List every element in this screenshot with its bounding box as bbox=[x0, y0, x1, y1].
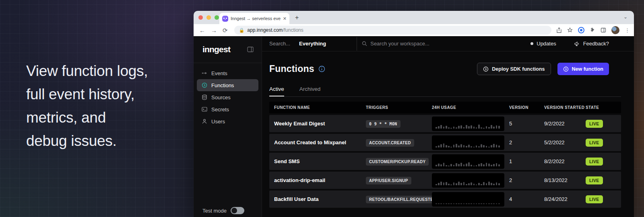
topbar-right: Updates Feedback? bbox=[530, 41, 609, 47]
topbar-divider bbox=[357, 37, 357, 51]
sidebar-item-label: Sources bbox=[211, 94, 231, 100]
col-version: VERSION bbox=[509, 105, 544, 110]
sidebar: inngest Events Functions Sources bbox=[194, 36, 262, 217]
version-started-value: 5/2/2022 bbox=[544, 139, 586, 145]
megaphone-icon bbox=[574, 41, 580, 47]
usage-sparkline bbox=[432, 117, 504, 131]
state-badge: LIVE bbox=[586, 195, 603, 203]
marketing-line: full event history, bbox=[26, 83, 148, 106]
secrets-terminal-icon bbox=[202, 106, 207, 112]
deploy-sdk-functions-button[interactable]: Deploy SDK functions bbox=[477, 63, 551, 75]
new-function-icon bbox=[563, 66, 569, 72]
usage-sparkline bbox=[432, 192, 504, 207]
marketing-line: View function logs, bbox=[26, 59, 148, 83]
trigger-badge: RETOOL/BACKFILL.REQUESTED bbox=[366, 196, 440, 203]
sidebar-item-sources[interactable]: Sources bbox=[197, 91, 258, 103]
function-tabs: Active Archived bbox=[269, 86, 621, 97]
table-row[interactable]: Backfill User Data RETOOL/BACKFILL.REQUE… bbox=[269, 190, 621, 208]
sidebar-item-users[interactable]: Users bbox=[197, 115, 258, 127]
col-state: STATE bbox=[586, 105, 621, 110]
usage-sparkline bbox=[432, 154, 504, 169]
test-mode-toggle[interactable] bbox=[231, 207, 244, 214]
browser-url-bar: ← → ⟳ 🔒 app.inngest.com/functions ⋮ bbox=[194, 24, 634, 36]
minimize-window-button[interactable] bbox=[206, 15, 211, 20]
browser-tab[interactable]: Inngest → serverless event-dri ✕ bbox=[219, 13, 289, 24]
deploy-icon bbox=[483, 66, 489, 72]
lock-icon: 🔒 bbox=[239, 28, 245, 33]
new-tab-button[interactable]: + bbox=[295, 14, 299, 21]
inngest-logo: inngest bbox=[202, 45, 230, 54]
function-name[interactable]: Backfill User Data bbox=[269, 196, 366, 202]
address-bar[interactable]: 🔒 app.inngest.com/functions bbox=[234, 26, 551, 35]
search-scope[interactable]: Everything bbox=[299, 41, 326, 47]
updates-link[interactable]: Updates bbox=[537, 41, 556, 47]
feedback-link[interactable]: Feedback? bbox=[574, 41, 609, 47]
search-icon bbox=[362, 41, 367, 46]
trigger-badge: APP/USER.SIGNUP bbox=[366, 177, 411, 184]
sidebar-item-label: Secrets bbox=[211, 106, 229, 113]
share-icon[interactable] bbox=[556, 27, 562, 33]
tab-title: Inngest → serverless event-dri bbox=[231, 16, 281, 21]
col-triggers: TRIGGERS bbox=[366, 105, 432, 110]
page-header: Functions Deploy SDK functions New funct… bbox=[269, 63, 621, 75]
sidebar-item-secrets[interactable]: Secrets bbox=[197, 103, 258, 115]
version-value: 4 bbox=[509, 196, 544, 202]
events-icon bbox=[202, 70, 207, 76]
sources-database-icon bbox=[202, 94, 207, 100]
extensions-puzzle-icon[interactable] bbox=[590, 27, 595, 33]
col-usage: 24H USAGE bbox=[432, 105, 509, 110]
function-name[interactable]: Account Created to Mixpanel bbox=[269, 139, 366, 145]
search-label[interactable]: Search... bbox=[269, 41, 290, 47]
test-mode-row: Test mode bbox=[202, 207, 244, 214]
tab-archived[interactable]: Archived bbox=[299, 86, 321, 96]
onepassword-extension-icon[interactable] bbox=[578, 27, 584, 33]
browser-menu-icon[interactable]: ⋮ bbox=[625, 27, 630, 33]
tab-active[interactable]: Active bbox=[269, 86, 284, 96]
functions-table: FUNCTION NAME TRIGGERS 24H USAGE VERSION… bbox=[269, 102, 621, 208]
main-content: Search... Everything Search your workspa… bbox=[262, 36, 634, 217]
new-function-button[interactable]: New function bbox=[557, 63, 609, 75]
forward-icon[interactable]: → bbox=[209, 27, 219, 33]
info-icon[interactable] bbox=[318, 66, 325, 72]
table-row[interactable]: Account Created to Mixpanel ACCOUNT.CREA… bbox=[269, 134, 621, 151]
sidebar-item-functions[interactable]: Functions bbox=[197, 79, 258, 91]
reload-icon[interactable]: ⟳ bbox=[221, 27, 229, 33]
side-panel-icon[interactable] bbox=[601, 27, 606, 33]
table-header-row: FUNCTION NAME TRIGGERS 24H USAGE VERSION… bbox=[269, 102, 621, 113]
browser-action-icons: ⋮ bbox=[556, 26, 630, 34]
function-name[interactable]: activation-drip-email bbox=[269, 177, 366, 183]
table-row[interactable]: Weekly Email Digest 0 9 * * MON 5 9/2/20… bbox=[269, 115, 621, 132]
collapse-sidebar-icon[interactable] bbox=[247, 47, 254, 52]
app-topbar: Search... Everything Search your workspa… bbox=[262, 36, 634, 51]
table-row[interactable]: Send SMS CUSTOMER/PICKUP.READY 1 8/2/202… bbox=[269, 153, 621, 170]
marketing-line: metrics, and bbox=[26, 106, 148, 129]
state-badge: LIVE bbox=[586, 176, 603, 184]
tab-close-icon[interactable]: ✕ bbox=[283, 16, 287, 21]
col-version-started: VERSION STARTED bbox=[544, 105, 586, 110]
profile-avatar[interactable] bbox=[611, 26, 619, 34]
version-started-value: 8/13/2022 bbox=[544, 177, 586, 183]
version-started-value: 8/24/2022 bbox=[544, 196, 586, 202]
sidebar-item-label: Functions bbox=[211, 82, 234, 88]
version-started-value: 9/2/2022 bbox=[544, 121, 586, 127]
back-icon[interactable]: ← bbox=[198, 27, 207, 33]
functions-icon bbox=[202, 82, 207, 88]
function-name[interactable]: Send SMS bbox=[269, 158, 366, 164]
users-icon bbox=[202, 119, 207, 124]
tab-search-chevron-icon[interactable]: ⌄ bbox=[623, 14, 627, 20]
marketing-text: View function logs, full event history, … bbox=[26, 59, 148, 153]
marketing-line: debug issues. bbox=[26, 129, 148, 153]
table-row[interactable]: activation-drip-email APP/USER.SIGNUP 2 … bbox=[269, 172, 621, 189]
inngest-app: inngest Events Functions Sources bbox=[194, 36, 634, 217]
workspace-search-input[interactable]: Search your workspace... bbox=[370, 41, 429, 47]
browser-window: Inngest → serverless event-dri ✕ + ⌄ ← →… bbox=[194, 11, 634, 217]
function-name[interactable]: Weekly Email Digest bbox=[269, 121, 366, 127]
sidebar-item-events[interactable]: Events bbox=[197, 67, 258, 79]
sidebar-nav: Events Functions Sources Secrets bbox=[194, 63, 262, 127]
close-window-button[interactable] bbox=[198, 15, 203, 20]
test-mode-label: Test mode bbox=[202, 208, 227, 214]
zoom-window-button[interactable] bbox=[215, 15, 219, 20]
trigger-badge: ACCOUNT.CREATED bbox=[366, 139, 414, 147]
sidebar-item-label: Users bbox=[211, 119, 225, 125]
bookmark-star-icon[interactable] bbox=[567, 27, 573, 33]
